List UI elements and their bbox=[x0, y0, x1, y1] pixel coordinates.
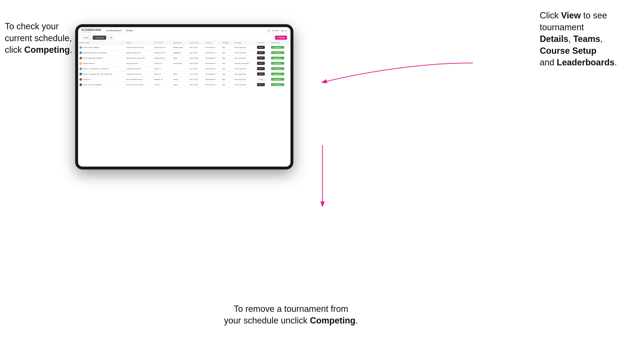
annotation-bottom: To remove a tournament from your schedul… bbox=[206, 303, 376, 327]
cell-division: NCAA Division I bbox=[204, 55, 221, 61]
team-icon: J bbox=[80, 68, 82, 70]
col-hosted: HOSTED BY bbox=[172, 41, 188, 45]
table-row: H John A. Burns Intercollegiate Ocean Co… bbox=[78, 82, 290, 87]
cell-scoring: individual, Stroke Play bbox=[233, 61, 256, 66]
nav-teams[interactable]: TEAMS bbox=[126, 29, 133, 32]
event-name-text: Folds of Honor Collegiate bbox=[83, 47, 100, 48]
col-event-name: EVENT NAME bbox=[78, 41, 125, 45]
view-button[interactable]: View ⓘ bbox=[257, 46, 265, 49]
view-button[interactable]: View ⓘ bbox=[257, 51, 265, 54]
tablet-screen: SCOREBOARD Powered by clippi TOURNAMENTS… bbox=[78, 27, 290, 167]
team-icon: J bbox=[80, 73, 82, 75]
team-icon: G bbox=[80, 46, 82, 49]
competing-button[interactable]: Competing ✓ bbox=[271, 83, 284, 86]
cell-competing: Competing ✓ bbox=[270, 45, 290, 50]
nav-tournaments[interactable]: TOURNAMENTS bbox=[106, 29, 122, 32]
cell-venue: Trinity Forest Golf Club bbox=[125, 66, 153, 71]
view-button[interactable]: View ⓘ bbox=[257, 56, 265, 60]
competing-button[interactable]: Competing ✓ bbox=[271, 57, 284, 59]
logo-sub: Powered by clippi bbox=[82, 31, 101, 33]
cell-event-name: J Jackson T. Stephens Cup – Stroke Play bbox=[78, 66, 125, 71]
cell-gender: Men bbox=[221, 45, 233, 50]
view-button[interactable]: View ⓘ bbox=[257, 62, 265, 65]
create-button[interactable]: + Create bbox=[275, 36, 287, 40]
team-icon: W bbox=[80, 52, 82, 54]
view-button[interactable]: View ⓘ bbox=[257, 72, 265, 76]
view-button[interactable]: View ⓘ bbox=[257, 67, 265, 70]
annotation-top-left: To check your current schedule, click Co… bbox=[5, 20, 80, 56]
cell-gender: Men bbox=[221, 82, 233, 87]
cell-gender: Men bbox=[221, 77, 233, 82]
cell-city: Dallas, TX bbox=[153, 71, 172, 77]
competing-label: Competing bbox=[24, 45, 70, 55]
cell-actions: View ⓘ bbox=[256, 71, 270, 77]
team-icon: P bbox=[80, 62, 82, 65]
cell-venue: Sahalee Country Club bbox=[125, 50, 153, 55]
competing-button[interactable]: Competing ✓ bbox=[271, 78, 284, 81]
view-button[interactable]: View ⓘ bbox=[257, 83, 265, 86]
nav-signout[interactable]: Sign out bbox=[281, 30, 287, 31]
competing-button[interactable]: Competing ✓ bbox=[271, 73, 284, 75]
annotation-top-right: Click View to see tournament Details, Te… bbox=[540, 10, 642, 68]
cell-scoring: team, Stroke Play bbox=[233, 50, 256, 55]
event-name-text: OFCC Fighting Illini Invitational bbox=[83, 57, 103, 59]
event-name-text: 2023 Sahalee Players Championship bbox=[83, 52, 107, 53]
cell-division: NCAA Division I bbox=[204, 66, 221, 71]
col-start: START DATE bbox=[188, 41, 204, 45]
cell-city: Grand Haven, MI bbox=[153, 45, 172, 50]
competing-label-bottom: Competing bbox=[310, 316, 356, 326]
cell-scoring: team, Stroke Play bbox=[233, 55, 256, 61]
col-gender: GENDER bbox=[221, 41, 233, 45]
col-city: CITY, STATE bbox=[153, 41, 172, 45]
event-name-text: Copper Cup bbox=[83, 79, 91, 80]
competing-button[interactable]: Competing ✓ bbox=[271, 67, 284, 70]
cell-hosted: ABAC bbox=[172, 71, 188, 77]
cell-city: Lihue, HI bbox=[153, 82, 172, 87]
cell-gender: Men bbox=[221, 71, 233, 77]
table-header-row: EVENT NAME VENUE CITY, STATE HOSTED BY S… bbox=[78, 41, 290, 45]
filter-home[interactable]: Home bbox=[82, 36, 91, 40]
cell-division: NCAA Division I bbox=[204, 77, 221, 82]
cell-venue: Papago Golf Club bbox=[125, 61, 153, 66]
competing-button[interactable]: Competing ✓ bbox=[271, 46, 284, 49]
cell-start: Sep 15, 2023 bbox=[188, 55, 204, 61]
table-row: W 2023 Sahalee Players Championship Saha… bbox=[78, 50, 290, 55]
cell-event-name: I OFCC Fighting Illini Invitational bbox=[78, 55, 125, 61]
cell-start: Feb 15, 2024 bbox=[188, 82, 204, 87]
cell-gender: Men bbox=[221, 55, 233, 61]
nav-user: Test User bbox=[272, 30, 279, 31]
cell-competing: Competing ✓ bbox=[270, 82, 290, 87]
filter-all[interactable]: All bbox=[108, 36, 114, 40]
tournaments-table: EVENT NAME VENUE CITY, STATE HOSTED BY S… bbox=[78, 41, 290, 87]
nav-right: Test User Sign out bbox=[268, 29, 287, 32]
competing-button[interactable]: Competing ✓ bbox=[271, 51, 284, 54]
cell-city: Dallas, TX bbox=[153, 66, 172, 71]
table-row: I OFCC Fighting Illini Invitational Olym… bbox=[78, 55, 290, 61]
event-name-text: John A. Burns Intercollegiate bbox=[83, 84, 101, 85]
col-competing: COMPETING bbox=[270, 41, 290, 45]
competing-button[interactable]: Competing ✓ bbox=[271, 62, 284, 65]
cell-scoring: team, Match Play bbox=[233, 71, 256, 77]
table-row: A Copper Cup Ak-Chin Southern Dunes Mari… bbox=[78, 77, 290, 82]
cell-start: Oct 11, 2023 bbox=[188, 71, 204, 77]
cell-start: Sep 9, 2023 bbox=[188, 50, 204, 55]
cell-event-name: J Jackson T. Stephens Cup – Men's Match … bbox=[78, 71, 125, 77]
filter-bar: Home Competing All + Create bbox=[78, 34, 290, 41]
cell-competing: Competing ✓ bbox=[270, 50, 290, 55]
edit-button[interactable]: ✏ Edit bbox=[257, 78, 264, 81]
cell-start: Sep 4, 2023 bbox=[188, 45, 204, 50]
cell-competing: Competing ✓ bbox=[270, 55, 290, 61]
nav-bar: SCOREBOARD Powered by clippi TOURNAMENTS… bbox=[78, 27, 290, 34]
table-row: J Jackson T. Stephens Cup – Stroke Play … bbox=[78, 66, 290, 71]
cell-hosted: Arizona State bbox=[172, 61, 188, 66]
cell-competing: Competing ✓ bbox=[270, 61, 290, 66]
event-name-text: Papago Individual bbox=[83, 63, 94, 64]
cell-actions: View ⓘ bbox=[256, 82, 270, 87]
cell-actions: View ⓘ bbox=[256, 50, 270, 55]
team-icon: A bbox=[80, 78, 82, 81]
scoreboard-logo: SCOREBOARD Powered by clippi bbox=[82, 28, 101, 33]
cell-gender: Men bbox=[221, 66, 233, 71]
filter-competing[interactable]: Competing bbox=[92, 36, 106, 40]
col-actions: ACTIONS bbox=[256, 41, 270, 45]
cell-division: NCAA Division I bbox=[204, 61, 221, 66]
